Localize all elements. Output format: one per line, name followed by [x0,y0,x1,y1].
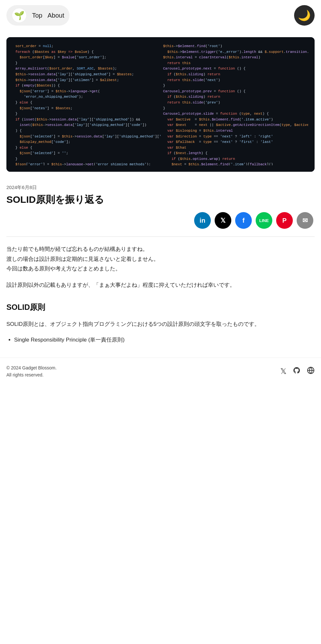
footer-copyright-line1: © 2024 Gadget Blossom. [6,364,57,371]
header: 🌱 Top About 🌙 [0,0,321,31]
article-date: 2024年6月8日 [6,185,315,191]
moon-icon: 🌙 [298,9,311,21]
list-item: Single Responsibility Principle (単一責任原則) [14,335,315,345]
facebook-icon: f [243,217,245,224]
intro-paragraph-1: 当たり前でも時間が経てば忘れるものが結構ありますね。渡しの場合は設計原則は定期的… [6,244,315,274]
code-background: sort_order = null; foreach ($bastes as $… [6,37,315,172]
footer: © 2024 Gadget Blossom. All rights reserv… [0,358,321,385]
share-pinterest-button[interactable]: P [276,212,293,229]
linkedin-icon: in [200,217,205,224]
footer-rights-line2: All rights reserved. [6,371,57,378]
solid-list: Single Responsibility Principle (単一責任原則) [14,335,315,345]
share-row: in 𝕏 f LINE P ✉ [6,212,315,229]
share-linkedin-button[interactable]: in [194,212,211,229]
article-body: 当たり前でも時間が経てば忘れるものが結構ありますね。渡しの場合は設計原則は定期的… [0,244,321,345]
email-icon: ✉ [302,217,308,224]
nav-top-link[interactable]: Top [32,12,42,19]
article-divider [6,236,315,237]
github-icon [293,367,300,374]
share-line-button[interactable]: LINE [256,212,272,229]
dark-mode-button[interactable]: 🌙 [294,5,315,26]
footer-x-link[interactable]: 𝕏 [280,367,286,376]
article-title: SOLID原則を振り返る [6,193,315,206]
footer-x-icon: 𝕏 [280,367,286,376]
intro-paragraph-2: 設計原則以外の記載もありますが、「まぁ大事だよね」程度に抑えていただければ幸いで… [6,280,315,290]
footer-icons: 𝕏 [280,367,315,376]
nav-about-link[interactable]: About [47,12,64,19]
footer-copyright: © 2024 Gadget Blossom. All rights reserv… [6,364,57,379]
share-facebook-button[interactable]: f [235,212,252,229]
footer-globe-link[interactable] [307,367,315,376]
pinterest-icon: P [282,217,286,224]
line-icon: LINE [259,218,269,223]
logo: 🌱 [12,8,27,23]
hero-image: sort_order = null; foreach ($bastes as $… [6,37,315,172]
logo-icon: 🌱 [14,11,24,21]
footer-github-link[interactable] [293,367,300,376]
share-x-button[interactable]: 𝕏 [215,212,231,229]
section1-body: SOLID原則とは、オブジェクト指向プログラミングにおける5つの設計原則の頭文字… [6,319,315,329]
article-container: 2024年6月8日 SOLID原則を振り返る in 𝕏 f LINE P ✉ [0,172,321,237]
globe-icon [307,367,315,374]
section1-heading: SOLID原則 [6,300,315,314]
nav-pill: 🌱 Top About [6,5,70,26]
x-icon: 𝕏 [220,217,226,224]
share-email-button[interactable]: ✉ [297,212,313,229]
